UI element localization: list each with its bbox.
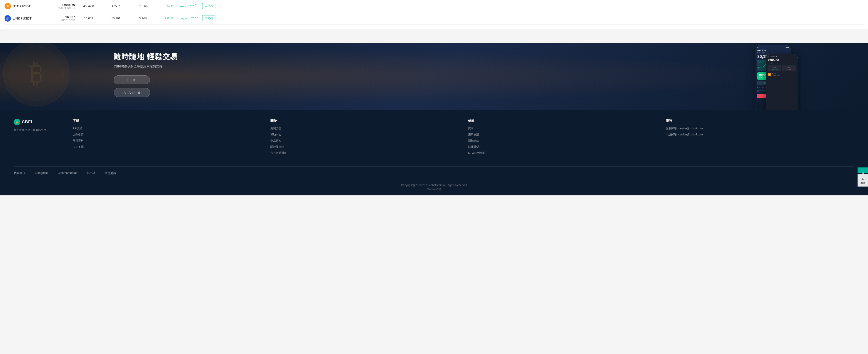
phone-time: 9:41 (757, 47, 761, 49)
footer-col-1: 關於新聞公告幫助中心交易須知關於及流程官方融通通道 (270, 119, 459, 157)
android-icon: △ (123, 90, 126, 95)
floating-top-btn[interactable]: ▲ Top (858, 174, 868, 187)
footer-partner-label: 戰略合作 (13, 171, 26, 175)
footer-link-1-0[interactable]: 新聞公告 (270, 127, 459, 130)
partner-link-1[interactable]: Coinmarketcap (58, 171, 77, 175)
footer-top: 🔒 CBFI 數字資產交易工具服務平台 下載API文檔上幣申請幣種資料APP下載… (13, 119, 855, 157)
footer-logo: 🔒 CBFI (13, 119, 59, 125)
android-download-btn[interactable]: △ Android (114, 88, 150, 97)
trade-btn[interactable]: 去交易 (202, 15, 215, 21)
footer-link-3-0[interactable]: 客服郵箱: service@cobofi.com (666, 127, 855, 130)
footer-link-1-2[interactable]: 交易須知 (270, 139, 459, 143)
footer-logo-text: CBFI (22, 120, 32, 125)
footer-cols: 下載API文檔上幣申請幣種資料APP下載關於新聞公告幫助中心交易須知關於及流程官… (73, 119, 855, 157)
footer-link-0-0[interactable]: API文檔 (73, 127, 261, 130)
coin-price-block: 45648.76 ≈USD45648.76 (45, 3, 75, 9)
footer-link-0-1[interactable]: 上幣申請 (73, 133, 261, 136)
coin-price-usd: ≈USD16.037 (45, 19, 75, 22)
star-icon[interactable]: ☆ (217, 16, 220, 21)
footer-partner-row: 戰略合作 CoingeckoCoinmarketcap非小號金色財經 (13, 166, 855, 175)
footer-bottom: Copyright@2018-2023 cobofi.com All Right… (13, 180, 855, 191)
floating-buttons: 註冊 ▲ Top (858, 167, 868, 187)
star-icon[interactable]: ☆ (217, 4, 220, 8)
footer-link-1-3[interactable]: 關於及流程 (270, 145, 459, 149)
floating-register-btn[interactable]: 註冊 (858, 167, 868, 173)
coin-price-main: 16.037 (45, 15, 75, 19)
col-volume: 3.24M (129, 17, 157, 20)
partner-link-3[interactable]: 金色財經 (104, 171, 116, 175)
footer-col-title-3: 服務 (666, 119, 855, 123)
phone-overlay-screen: BTC/USDT ▼ 2966.66 +1.2% 漲幅 +1.2% 跌幅 -0.… (766, 54, 798, 110)
spacer (0, 29, 868, 43)
ios-download-btn[interactable]:  IOS (114, 75, 150, 84)
coin-name-pair: LINK / USDT (13, 17, 31, 20)
btc-coin-icon: ₿ (4, 3, 11, 9)
hero-subtitle: CBFI將提供對全平臺用戶端的支持 (114, 65, 868, 69)
footer-link-2-0[interactable]: 費率 (468, 127, 657, 130)
phone-status-bar: 9:41 ●●● (757, 47, 789, 49)
coin-symbol: LINK / USDT (13, 17, 31, 20)
col-chart (180, 14, 202, 22)
footer-link-3-1[interactable]: 申訴郵箱: service@cobofi.com (666, 133, 855, 136)
col-high: 45847.8 (75, 4, 102, 8)
overlay-grid: 漲幅 +1.2% 跌幅 -0.8% (768, 65, 796, 71)
col-chart (180, 2, 202, 10)
apple-icon:  (127, 78, 128, 82)
col-action: 去交易 ☆ (202, 3, 220, 9)
trading-row: ₿ BTC / USDT 45648.76 ≈USD45648.76 45847… (4, 0, 864, 12)
footer-brand: 🔒 CBFI 數字資產交易工具服務平台 (13, 119, 59, 157)
footer-link-0-3[interactable]: APP下載 (73, 145, 261, 149)
phone-signal: ●●● (786, 47, 789, 49)
col-low: 15.201 (102, 17, 129, 20)
coin-symbol: BTC / USDT (13, 4, 31, 8)
footer-tagline: 數字資產交易工具服務平台 (13, 128, 59, 132)
col-high: 16.051 (75, 17, 102, 20)
col-volume: 61.26K (129, 4, 157, 8)
coin-price-main: 45648.76 (45, 3, 75, 7)
hero-content: 隨時隨地 輕鬆交易 CBFI將提供對全平臺用戶端的支持  IOS △ Andr… (0, 43, 868, 110)
footer-link-2-1[interactable]: 用戶協議 (468, 133, 657, 136)
footer-link-2-4[interactable]: OTC服務協議 (468, 151, 657, 155)
footer-col-0: 下載API文檔上幣申請幣種資料APP下載 (73, 119, 261, 157)
phone-overlay: BTC/USDT ▼ 2966.66 +1.2% 漲幅 +1.2% 跌幅 -0.… (766, 54, 798, 110)
footer-col-title-2: 條款 (468, 119, 657, 123)
footer-link-2-2[interactable]: 隱私條款 (468, 139, 657, 143)
col-change: +2.04% (157, 17, 180, 20)
footer-link-1-1[interactable]: 幫助中心 (270, 133, 459, 136)
footer-partners: CoingeckoCoinmarketcap非小號金色財經 (35, 171, 116, 175)
footer-link-2-3[interactable]: 法律聲明 (468, 145, 657, 149)
footer-copyright: Copyright@2018-2023 cobofi.com All Right… (13, 184, 855, 187)
partner-link-0[interactable]: Coingecko (35, 171, 49, 175)
overlay-price: 2966.66 (768, 58, 796, 62)
overlay-header: BTC/USDT ▼ (768, 56, 796, 58)
col-action: 去交易 ☆ (202, 15, 220, 21)
phone-btc-label: BTC/USDT (757, 52, 789, 54)
phone-pair-title: BTC / 1M (757, 49, 789, 52)
footer-link-1-4[interactable]: 官方融通通道 (270, 151, 459, 155)
footer-col-title-1: 關於 (270, 119, 459, 123)
col-low: 42597 (102, 4, 129, 8)
footer-col-2: 條款費率用戶協議隱私條款法律聲明OTC服務協議 (468, 119, 657, 157)
partner-link-2[interactable]: 非小號 (87, 171, 95, 175)
col-change: +0.57% (157, 4, 180, 8)
trade-btn[interactable]: 去交易 (202, 3, 215, 9)
footer-version: Version-1.0 (13, 188, 855, 191)
footer-link-0-2[interactable]: 幣種資料 (73, 139, 261, 143)
footer: 🔒 CBFI 數字資產交易工具服務平台 下載API文檔上幣申請幣種資料APP下載… (0, 110, 868, 195)
coin-info: 🔗 LINK / USDT (4, 15, 45, 22)
overlay-change: +1.2% (768, 63, 796, 64)
coin-name-pair: BTC / USDT (13, 4, 31, 8)
coin-info: ₿ BTC / USDT (4, 3, 45, 9)
link-coin-icon: 🔗 (4, 15, 11, 22)
trading-table-section: ₿ BTC / USDT 45648.76 ≈USD45648.76 45847… (0, 0, 868, 29)
footer-col-3: 服務客服郵箱: service@cobofi.com申訴郵箱: service@… (666, 119, 855, 157)
footer-logo-icon: 🔒 (13, 119, 20, 125)
footer-col-title-0: 下載 (73, 119, 261, 123)
coin-price-block: 16.037 ≈USD16.037 (45, 15, 75, 22)
trading-row: 🔗 LINK / USDT 16.037 ≈USD16.037 16.051 1… (4, 12, 864, 25)
hero-section: ₿ 隨時隨地 輕鬆交易 CBFI將提供對全平臺用戶端的支持  IOS △ An… (0, 43, 868, 110)
up-arrow-icon: ▲ (861, 177, 864, 181)
hero-title: 隨時隨地 輕鬆交易 (114, 52, 868, 62)
android-btn-label: Android (128, 91, 140, 95)
ios-btn-label: IOS (131, 78, 136, 82)
